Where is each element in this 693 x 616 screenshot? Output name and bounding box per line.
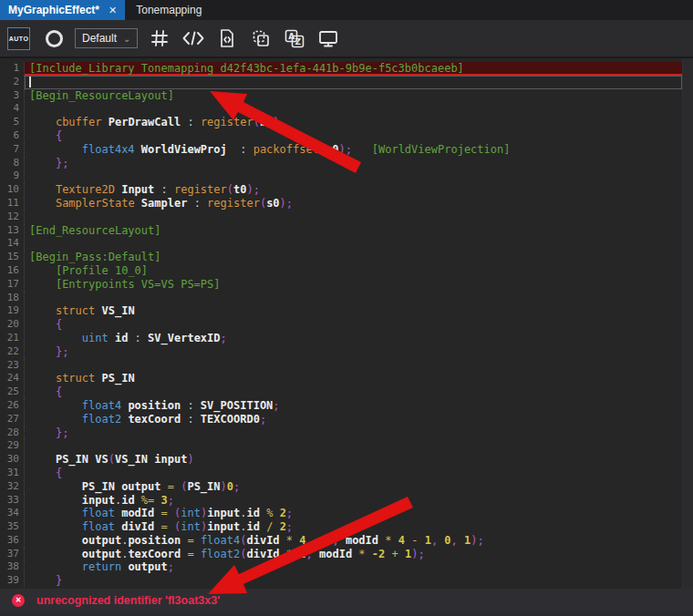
code-line[interactable]: 38 return output; xyxy=(0,560,682,574)
line-number: 28 xyxy=(0,426,25,440)
code-line[interactable]: 9 xyxy=(0,169,682,183)
line-number: 14 xyxy=(0,237,25,251)
code-line[interactable]: 1[Include_Library Tonemapping d42f43bc-1… xyxy=(0,62,682,76)
tab-tonemapping[interactable]: Tonemapping xyxy=(125,0,212,20)
code-line[interactable]: 25 { xyxy=(0,385,682,399)
circle-icon[interactable] xyxy=(46,30,63,47)
line-number: 2 xyxy=(0,76,25,89)
code-line[interactable]: 14 xyxy=(0,237,682,251)
code-line[interactable]: 24 struct PS_IN xyxy=(0,372,682,385)
code-line[interactable]: 7 float4x4 WorldViewProj : packoffset(c0… xyxy=(0,143,682,157)
code-line[interactable]: 17 [Entrypoints VS=VS PS=PS] xyxy=(0,278,682,292)
line-number: 9 xyxy=(0,169,25,183)
code-line[interactable]: 30 PS_IN VS(VS_IN input) xyxy=(0,453,682,467)
code-line[interactable]: 2 xyxy=(0,76,682,89)
code-line[interactable]: 12 xyxy=(0,210,682,224)
line-number: 36 xyxy=(0,534,25,548)
line-number: 37 xyxy=(0,548,25,561)
editor-toolbar: AUTO Default ⌄ A Z xyxy=(0,20,693,58)
line-number: 34 xyxy=(0,507,25,520)
code-line[interactable]: 28 }; xyxy=(0,426,682,440)
line-number: 19 xyxy=(0,304,25,318)
code-line[interactable]: 37 output.texCoord = float2(divId * 2, m… xyxy=(0,548,682,561)
line-number: 23 xyxy=(0,359,25,373)
error-message: unrecognized identifier 'fl3oat3x3' xyxy=(36,594,220,607)
line-number: 38 xyxy=(0,560,25,574)
line-number: 16 xyxy=(0,264,25,278)
code-line[interactable]: 18 xyxy=(0,292,682,305)
line-number: 6 xyxy=(0,129,25,143)
code-line[interactable]: 27 float2 texCoord : TEXCOORD0; xyxy=(0,413,682,426)
code-line[interactable]: 20 { xyxy=(0,318,682,332)
code-line[interactable]: 16 [Profile 10_0] xyxy=(0,264,682,278)
text-cursor xyxy=(29,77,31,87)
code-line[interactable]: 11 SamplerState Sampler : register(s0); xyxy=(0,197,682,210)
code-icon[interactable] xyxy=(181,26,205,50)
auto-label: AUTO xyxy=(9,36,29,42)
line-number: 39 xyxy=(0,574,25,588)
line-number: 24 xyxy=(0,372,25,385)
frame-icon[interactable] xyxy=(148,26,171,50)
tab-bar: MyGraphicEffect* ✕ Tonemapping xyxy=(0,0,693,20)
auto-compile-button[interactable]: AUTO xyxy=(7,27,30,50)
code-line[interactable]: 39 } xyxy=(0,574,682,588)
line-number: 26 xyxy=(0,399,25,413)
code-line[interactable]: 31 { xyxy=(0,467,682,480)
vertical-scrollbar[interactable] xyxy=(682,58,693,589)
line-number: 17 xyxy=(0,278,25,292)
code-line[interactable]: 8 }; xyxy=(0,157,682,170)
line-number: 32 xyxy=(0,480,25,494)
line-number: 35 xyxy=(0,520,25,534)
line-number: 3 xyxy=(0,89,25,103)
code-line[interactable]: 10 Texture2D Input : register(t0); xyxy=(0,183,682,197)
code-line[interactable]: 32 PS_IN output = (PS_IN)0; xyxy=(0,480,682,494)
code-line[interactable]: 13[End_ResourceLayout] xyxy=(0,224,682,238)
line-number: 1 xyxy=(0,62,25,76)
code-line[interactable]: 19 struct VS_IN xyxy=(0,304,682,318)
profile-value: Default xyxy=(82,32,117,45)
close-icon[interactable]: ✕ xyxy=(109,5,117,15)
code-line[interactable]: 6 { xyxy=(0,129,682,143)
code-line[interactable]: 21 uint id : SV_VertexID; xyxy=(0,332,682,345)
code-line[interactable]: 4 xyxy=(0,102,682,116)
code-line[interactable]: 22 }; xyxy=(0,345,682,359)
code-editor[interactable]: 1[Include_Library Tonemapping d42f43bc-1… xyxy=(0,58,693,589)
line-number: 33 xyxy=(0,494,25,508)
code-line[interactable]: 26 float4 position : SV_POSITION; xyxy=(0,399,682,413)
monitor-icon[interactable] xyxy=(316,26,340,50)
error-icon: ✕ xyxy=(12,594,25,607)
line-number: 12 xyxy=(0,210,25,224)
code-line[interactable]: 29 xyxy=(0,439,682,453)
line-number: 20 xyxy=(0,318,25,332)
code-line[interactable]: 3[Begin_ResourceLayout] xyxy=(0,89,682,103)
line-number: 31 xyxy=(0,467,25,480)
code-area: 1[Include_Library Tonemapping d42f43bc-1… xyxy=(0,62,682,588)
line-number: 18 xyxy=(0,292,25,305)
code-line[interactable]: 36 output.position = float4(divId * 4 - … xyxy=(0,534,682,548)
clone-icon[interactable] xyxy=(249,26,273,50)
code-line[interactable]: 23 xyxy=(0,359,682,373)
line-number: 5 xyxy=(0,116,25,129)
code-line[interactable]: 33 input.id %= 3; xyxy=(0,494,682,508)
translate-icon[interactable]: A Z xyxy=(283,26,306,50)
line-number: 11 xyxy=(0,197,25,210)
line-number: 29 xyxy=(0,439,25,453)
line-number: 22 xyxy=(0,345,25,359)
status-strip xyxy=(0,611,693,616)
line-number: 13 xyxy=(0,224,25,238)
code-line[interactable]: 34 float modId = (int)input.id % 2; xyxy=(0,507,682,520)
line-number: 21 xyxy=(0,332,25,345)
code-line[interactable]: 15[Begin_Pass:Default] xyxy=(0,251,682,264)
tab-label: MyGraphicEffect* xyxy=(8,4,99,16)
line-number: 30 xyxy=(0,453,25,467)
chevron-down-icon: ⌄ xyxy=(123,34,130,44)
code-line[interactable]: 35 float divId = (int)input.id / 2; xyxy=(0,520,682,534)
tab-mygraphiceffect[interactable]: MyGraphicEffect* ✕ xyxy=(0,0,125,20)
line-number: 8 xyxy=(0,157,25,170)
profile-dropdown[interactable]: Default ⌄ xyxy=(75,28,138,48)
svg-text:Z: Z xyxy=(295,37,302,46)
code-line[interactable]: 5 cbuffer PerDrawCall : register(b0) xyxy=(0,116,682,129)
line-number: 10 xyxy=(0,183,25,197)
svg-text:A: A xyxy=(289,32,295,41)
file-code-icon[interactable] xyxy=(215,26,239,50)
